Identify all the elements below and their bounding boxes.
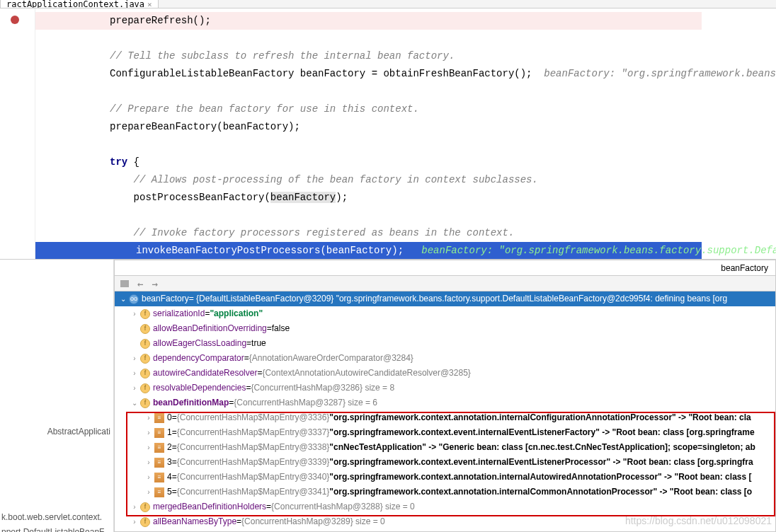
frame-item[interactable]: k.boot.web.servlet.context.	[0, 509, 113, 524]
chevron-right-icon[interactable]: ›	[143, 455, 154, 470]
chevron-right-icon[interactable]: ›	[129, 381, 140, 395]
tree-node[interactable]: › f dependencyComparator = {AnnotationAw…	[115, 351, 775, 366]
back-icon[interactable]: ←	[137, 278, 143, 289]
map-entry[interactable]: › ≡ 3 = {ConcurrentHashMap$MapEntry@3339…	[115, 455, 775, 470]
field-icon: f	[140, 309, 150, 319]
chevron-right-icon[interactable]: ›	[143, 440, 154, 455]
tree-node[interactable]: › f serializationId = "application"	[115, 306, 775, 321]
object-icon: oo	[129, 294, 139, 304]
field-icon: f	[140, 502, 150, 512]
map-entry[interactable]: › ≡ 4 = {ConcurrentHashMap$MapEntry@3340…	[115, 470, 775, 485]
map-entry-icon: ≡	[154, 473, 164, 482]
field-icon: f	[140, 398, 150, 408]
frames-panel[interactable]: AbstractApplicati k.boot.web.servlet.con…	[0, 260, 114, 532]
tree-node[interactable]: f allowEagerClassLoading = true	[115, 336, 775, 351]
frame-item[interactable]: AbstractApplicati	[0, 424, 113, 439]
tree-root[interactable]: ⌄ oo beanFactory = {DefaultListableBeanF…	[115, 291, 775, 306]
watermark: https://blog.csdn.net/u012098021	[625, 515, 772, 526]
chevron-right-icon[interactable]: ›	[129, 514, 140, 529]
file-tab-label: ractApplicationContext.java	[6, 0, 144, 8]
debugger-variables-panel: beanFactory ← → ⌄ oo beanFactory = {Defa…	[114, 260, 776, 532]
map-entry-icon: ≡	[154, 413, 164, 423]
tree-node[interactable]: › f autowireCandidateResolver = {Context…	[115, 366, 775, 381]
breakpoint-icon[interactable]	[11, 16, 19, 24]
file-tab[interactable]: ractApplicationContext.java ×	[0, 0, 159, 8]
map-entry[interactable]: › ≡ 1 = {ConcurrentHashMap$MapEntry@3337…	[115, 425, 775, 440]
field-icon: f	[140, 369, 150, 378]
field-icon: f	[140, 354, 150, 364]
variables-header-label: beanFactory	[721, 263, 768, 273]
chevron-right-icon[interactable]: ›	[129, 351, 140, 366]
field-icon: f	[140, 383, 150, 393]
editor-gutter	[0, 8, 35, 259]
close-icon[interactable]: ×	[147, 0, 152, 8]
field-icon: f	[140, 324, 150, 334]
home-icon[interactable]	[120, 280, 129, 287]
chevron-down-icon[interactable]: ⌄	[118, 291, 129, 306]
variables-header: beanFactory	[115, 260, 775, 276]
forward-icon[interactable]: →	[152, 278, 157, 289]
editor-tab-bar: ractApplicationContext.java ×	[0, 0, 776, 8]
chevron-right-icon[interactable]: ›	[143, 425, 154, 440]
current-execution-line: invokeBeanFactoryPostProcessors(beanFact…	[35, 242, 702, 259]
tree-node-beandefmap[interactable]: ⌄ f beanDefinitionMap = {ConcurrentHashM…	[115, 395, 775, 410]
map-entry-icon: ≡	[154, 443, 164, 453]
chevron-right-icon[interactable]: ›	[143, 485, 154, 499]
chevron-right-icon[interactable]: ›	[129, 306, 140, 321]
chevron-down-icon[interactable]: ⌄	[129, 395, 140, 410]
variables-toolbar: ← →	[115, 276, 775, 291]
map-entry-icon: ≡	[154, 487, 164, 497]
map-entry-icon: ≡	[154, 428, 164, 438]
map-entry[interactable]: › ≡ 5 = {ConcurrentHashMap$MapEntry@3341…	[115, 485, 775, 499]
tree-node[interactable]: f allowBeanDefinitionOverriding = false	[115, 321, 775, 336]
map-entry[interactable]: › ≡ 0 = {ConcurrentHashMap$MapEntry@3336…	[115, 410, 775, 425]
variables-tree[interactable]: ⌄ oo beanFactory = {DefaultListableBeanF…	[115, 291, 775, 529]
chevron-right-icon[interactable]: ›	[129, 499, 140, 514]
tree-node[interactable]: › f resolvableDependencies = {Concurrent…	[115, 381, 775, 395]
chevron-right-icon[interactable]: ›	[143, 470, 154, 485]
code-content: prepareRefresh(); // Tell the subclass t…	[35, 8, 776, 259]
field-icon: f	[140, 517, 150, 527]
tree-node[interactable]: › f mergedBeanDefinitionHolders = {Concu…	[115, 499, 775, 514]
field-icon: f	[140, 339, 150, 349]
map-entry-icon: ≡	[154, 458, 164, 468]
chevron-right-icon[interactable]: ›	[143, 410, 154, 425]
map-entry[interactable]: › ≡ 2 = {ConcurrentHashMap$MapEntry@3338…	[115, 440, 775, 455]
frame-item[interactable]: pport.DefaultListableBeanF	[0, 524, 113, 532]
chevron-right-icon[interactable]: ›	[129, 366, 140, 381]
code-editor[interactable]: prepareRefresh(); // Tell the subclass t…	[0, 8, 776, 260]
